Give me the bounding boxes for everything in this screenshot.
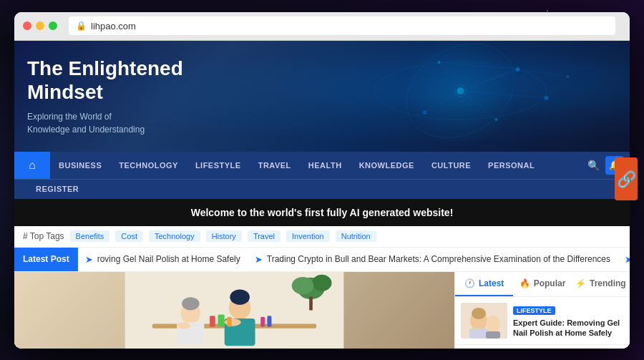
maximize-dot[interactable] [49,21,57,30]
ai-banner-text: Welcome to the world's first fully AI ge… [191,207,454,218]
tab-popular[interactable]: 🔥 Popular [513,272,571,296]
ticker-text-2: Trading Crypto in Bull and Bear Markets:… [267,254,610,264]
lock-icon: 🔒 [76,21,87,31]
nav-item-personal[interactable]: PERSONAL [479,152,543,179]
latest-tab-icon: 🕐 [464,278,475,288]
tags-bar: # Top Tags Benefits Cost Technology Hist… [14,226,630,248]
tab-trending[interactable]: ⚡ Trending [572,272,630,296]
ai-banner: Welcome to the world's first fully AI ge… [14,199,630,226]
ticker-text-1: roving Gel Nail Polish at Home Safely [97,254,240,264]
latest-ticker: ➤ roving Gel Nail Polish at Home Safely … [78,254,630,265]
url-text: lihpao.com [91,21,136,31]
ticker-arrow-icon-3: ➤ [625,254,630,265]
nav-item-health[interactable]: HEALTH [300,152,351,179]
ticker-arrow-icon-1: ➤ [85,254,93,265]
tag-technology[interactable]: Technology [149,230,200,242]
tag-cost[interactable]: Cost [115,230,143,242]
ticker-item-1[interactable]: ➤ roving Gel Nail Polish at Home Safely [85,254,240,265]
hero-text-block: The EnlightenedMindset Exploring the Wor… [14,41,630,152]
latest-tab-label: Latest [479,278,504,288]
tab-latest[interactable]: 🕐 Latest [455,272,513,296]
svg-point-40 [472,308,486,319]
browser-window: 🔒 lihpao.com [14,12,630,349]
sidebar-article-title: Expert Guide: Removing Gel Nail Polish a… [513,318,624,339]
svg-point-26 [182,297,199,310]
article-svg [14,272,454,349]
latest-post-bar: Latest Post ➤ roving Gel Nail Polish at … [14,248,630,272]
trending-tab-label: Trending [590,278,626,288]
ticker-item-3[interactable]: ➤ Makin [625,254,630,265]
svg-rect-36 [260,316,265,326]
svg-rect-37 [267,316,271,326]
sidebar-tabs: 🕐 Latest 🔥 Popular ⚡ Trending [455,272,630,297]
nav-item-technology[interactable]: TECHNOLOGY [110,152,187,179]
sidebar-article-item[interactable]: LIFESTYLE Expert Guide: Removing Gel Nai… [455,297,630,345]
ticker-arrow-icon-2: ➤ [255,254,263,265]
tag-travel[interactable]: Travel [248,230,280,242]
browser-chrome: 🔒 lihpao.com [14,12,630,41]
sidebar: 🕐 Latest 🔥 Popular ⚡ Trending [454,272,630,349]
nav-items: BUSINESS TECHNOLOGY LIFESTYLE TRAVEL HEA… [50,152,582,179]
article-illustration [14,272,454,349]
close-dot[interactable] [23,21,31,30]
window-controls [23,21,57,30]
svg-rect-33 [210,316,215,326]
nav-item-culture[interactable]: CULTURE [423,152,479,179]
search-icon[interactable]: 🔍 [587,160,600,171]
svg-rect-34 [218,314,225,326]
svg-rect-35 [228,316,232,326]
svg-text:🔗: 🔗 [617,170,637,189]
tag-benefits[interactable]: Benefits [70,230,110,242]
tags-label: # Top Tags [23,231,64,241]
latest-badge: Latest Post [14,248,78,271]
site-title: The EnlightenedMindset [27,57,617,104]
popular-tab-icon: 🔥 [519,278,530,288]
nav-bar-register: REGISTER [14,179,630,199]
minimize-dot[interactable] [36,21,44,30]
address-bar[interactable]: 🔒 lihpao.com [69,16,615,35]
featured-article-image[interactable] [14,272,454,349]
sidebar-article-thumbnail [461,303,507,339]
svg-point-22 [292,276,314,293]
svg-point-42 [486,316,500,333]
nav-item-business[interactable]: BUSINESS [50,152,110,179]
site-content: The EnlightenedMindset Exploring the Wor… [14,41,630,349]
svg-point-21 [312,274,332,291]
svg-point-28 [177,322,190,329]
tag-history[interactable]: History [206,230,242,242]
svg-rect-23 [309,296,313,310]
sidebar-article-info: LIFESTYLE Expert Guide: Removing Gel Nai… [513,303,624,339]
nav-home-button[interactable]: ⌂ [14,152,50,179]
category-badge: LIFESTYLE [513,306,555,315]
nav-item-lifestyle[interactable]: LIFESTYLE [187,152,250,179]
bookmark-widget[interactable]: 🔗 [615,157,638,200]
tag-nutrition[interactable]: Nutrition [336,230,376,242]
popular-tab-label: Popular [534,278,566,288]
svg-rect-41 [469,329,488,339]
main-content: 🕐 Latest 🔥 Popular ⚡ Trending [14,272,630,349]
svg-point-30 [230,289,250,304]
tag-invention[interactable]: Invention [286,230,330,242]
hero-banner: The EnlightenedMindset Exploring the Wor… [14,41,630,152]
nav-item-knowledge[interactable]: KNOWLEDGE [351,152,423,179]
site-subtitle: Exploring the World of Knowledge and Und… [27,110,617,136]
register-link[interactable]: REGISTER [27,185,87,193]
ticker-item-2[interactable]: ➤ Trading Crypto in Bull and Bear Market… [255,254,610,265]
svg-point-32 [225,318,241,326]
svg-rect-43 [486,331,500,339]
trending-tab-icon: ⚡ [575,278,586,288]
nav-bar: ⌂ BUSINESS TECHNOLOGY LIFESTYLE TRAVEL H… [14,152,630,179]
nav-item-travel[interactable]: TRAVEL [250,152,300,179]
